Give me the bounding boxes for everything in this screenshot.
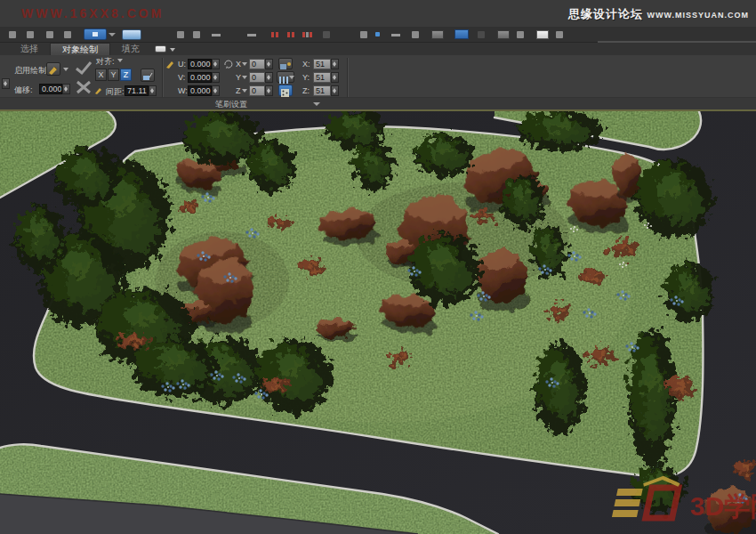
align-z-button[interactable]: Z (120, 69, 132, 81)
paint-brush-dropdown-icon[interactable] (63, 68, 68, 71)
bush-14[interactable] (409, 234, 480, 305)
bush-8[interactable] (353, 142, 394, 190)
toolbar-icon-3[interactable] (44, 29, 55, 40)
toolbar-icon-7[interactable] (122, 29, 141, 40)
offset-spinner[interactable] (62, 84, 70, 94)
toolbar-icon-14[interactable] (302, 29, 312, 40)
toolbar-icon-24[interactable] (515, 29, 526, 40)
bush-13[interactable] (531, 225, 567, 279)
bush-11[interactable] (518, 111, 603, 150)
offset-field[interactable]: 0.000 (39, 84, 62, 94)
rotation-y-field[interactable]: 0 (249, 72, 265, 83)
red-shrub-5[interactable] (117, 335, 149, 348)
toolbar-icon-23[interactable] (497, 30, 510, 39)
toolbar-icon-22[interactable] (476, 29, 487, 40)
red-shrub-7[interactable] (180, 202, 199, 213)
bush-17[interactable] (628, 328, 676, 467)
rotation-z-field[interactable]: 0 (249, 85, 265, 96)
rotation-z-dropdown-icon[interactable] (242, 89, 247, 93)
toolbar-icon-15[interactable] (321, 29, 332, 40)
paint-object-button[interactable] (278, 58, 293, 69)
paint-on-normals-button[interactable] (141, 69, 155, 82)
align-x-button[interactable]: X (95, 69, 107, 81)
bush-2[interactable] (55, 148, 119, 208)
toolbar-icon-8[interactable] (175, 29, 186, 40)
bush-18[interactable] (535, 343, 585, 435)
scale-y-spinner[interactable] (331, 72, 339, 83)
v-field[interactable]: 0.000 (188, 72, 212, 83)
scale-y-field[interactable]: 51 (313, 72, 331, 83)
toolbar-icon-26[interactable] (554, 29, 565, 40)
red-shrub-9[interactable] (581, 269, 607, 284)
rotation-z-spinner[interactable] (265, 85, 273, 96)
panel-overflow-spinner[interactable] (2, 78, 10, 89)
toolbar-icon-13[interactable] (286, 29, 296, 40)
red-shrub-13[interactable] (475, 211, 495, 222)
rotation-y-dropdown-icon[interactable] (242, 76, 247, 79)
toolbar-icon-21[interactable] (454, 29, 469, 39)
viewport[interactable]: 3D学院 (0, 109, 756, 534)
red-shrub-12[interactable] (387, 352, 410, 364)
scale-z-field[interactable]: 51 (313, 85, 331, 96)
red-shrub-1[interactable] (298, 260, 325, 275)
bush-7[interactable] (247, 141, 295, 192)
bush-15[interactable] (635, 159, 713, 238)
bush-19[interactable] (133, 338, 219, 397)
bush-9[interactable] (326, 111, 386, 149)
align-y-button[interactable]: Y (108, 69, 119, 81)
toolbar-icon-2[interactable] (25, 29, 36, 40)
spacing-field[interactable]: 71.11 (125, 85, 149, 96)
bush-10[interactable] (414, 134, 475, 177)
toolbar-icon-4[interactable] (62, 29, 73, 40)
rotation-x-spinner[interactable] (265, 59, 273, 69)
spacing-mode-button[interactable] (277, 71, 294, 83)
u-spinner[interactable] (212, 59, 220, 69)
panel-title-bar[interactable]: 笔刷设置 (0, 97, 756, 109)
u-field[interactable]: 0.000 (188, 59, 212, 69)
red-shrub-11[interactable] (734, 460, 756, 478)
toolbar-icon-5[interactable] (84, 28, 107, 40)
red-shrub-6[interactable] (263, 379, 289, 392)
toolbar-icon-19[interactable] (410, 29, 421, 40)
toolbar-icon-18[interactable] (390, 29, 401, 40)
toolbar-icon-12[interactable] (269, 29, 280, 40)
spacing-spinner[interactable] (149, 85, 157, 96)
toolbar-icon-17[interactable] (373, 29, 383, 40)
rotation-y-spinner[interactable] (265, 72, 273, 83)
w-spinner[interactable] (212, 85, 220, 96)
red-shrub-10[interactable] (665, 376, 696, 398)
red-shrub-3[interactable] (588, 348, 614, 364)
v-spinner[interactable] (212, 72, 220, 83)
scale-x-field[interactable]: 51 (313, 59, 331, 69)
rotation-x-field[interactable]: 0 (249, 59, 265, 69)
scale-z-spinner[interactable] (331, 85, 339, 96)
bush-21[interactable] (15, 205, 65, 272)
bush-20[interactable] (255, 339, 332, 414)
toolbar-icon-1[interactable] (7, 29, 18, 40)
red-shrub-4[interactable] (608, 241, 638, 258)
toolbar-icon-6[interactable] (108, 29, 117, 40)
red-shrub-8[interactable] (547, 305, 571, 319)
tab-object-paint[interactable]: 对象绘制 (50, 43, 110, 55)
align-dropdown-icon[interactable] (117, 59, 123, 62)
w-field[interactable]: 0.000 (188, 85, 212, 96)
scale-x-spinner[interactable] (331, 59, 339, 69)
toolbar-icon-9[interactable] (191, 29, 202, 40)
toolbar-icon-16[interactable] (358, 29, 369, 40)
x-mark-icon[interactable] (75, 79, 92, 95)
viewport-canvas[interactable]: 3D学院 (0, 111, 756, 534)
tab-fill[interactable]: 填充 (110, 43, 151, 55)
bush-16[interactable] (664, 263, 714, 321)
randomize-button[interactable] (278, 85, 293, 96)
tab-select[interactable]: 选择 (9, 43, 50, 55)
toolbar-icon-10[interactable] (211, 29, 221, 40)
checkmark-icon[interactable] (75, 60, 92, 76)
paint-brush-button[interactable] (46, 62, 60, 76)
toolbar-icon-20[interactable] (431, 30, 444, 39)
tab-options-dropdown[interactable] (151, 43, 178, 55)
bush-12[interactable] (502, 175, 544, 229)
rotation-x-dropdown-icon[interactable] (242, 62, 247, 66)
toolbar-icon-11[interactable] (246, 29, 257, 40)
toolbar-icon-25[interactable] (536, 30, 549, 39)
red-shrub-2[interactable] (269, 216, 292, 229)
